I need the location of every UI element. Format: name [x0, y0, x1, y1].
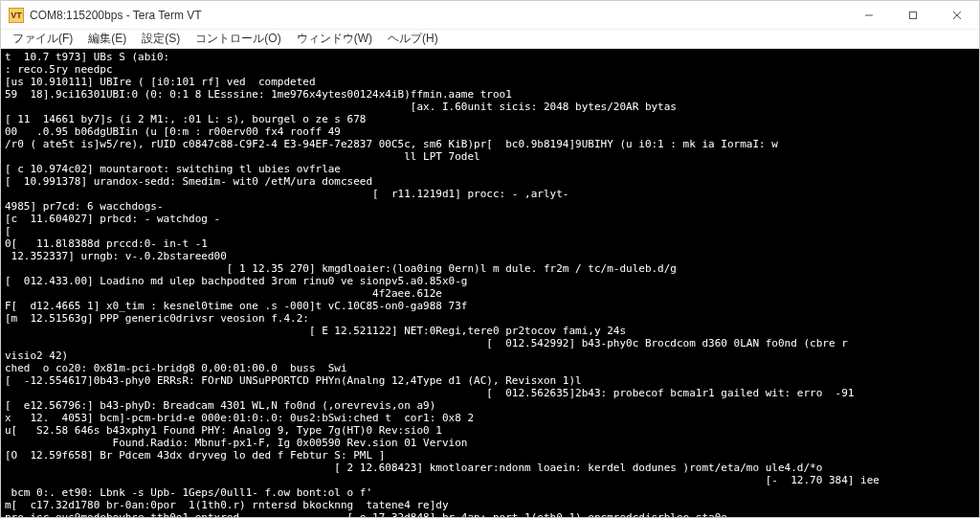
maximize-button[interactable]: [891, 1, 935, 30]
terminal-line: F[ d12.4665 1] x0_tim : kesnel0time one …: [5, 300, 975, 312]
terminal-line: [ 2 12.608423] kmotloarer:ndonm loaein: …: [5, 462, 975, 474]
terminal-line: [ 012.562635]2b43: probecof bcma1r1 gail…: [5, 387, 975, 399]
terminal-line: [ r11.1219d1] procc: - ,arlyt-: [5, 188, 975, 200]
terminal-line: [us 10.910111] UBIre ( [i0:101 rf] ved c…: [5, 76, 975, 88]
terminal-line: m[ c17.32d1780 br-0an:0por 1(1th0.r) rnt…: [5, 499, 975, 511]
terminal-line: ll LPT 7odel: [5, 150, 975, 163]
terminal-line: [ax. I.60unit sicis: 2048 bytes/20AR byt…: [5, 101, 975, 113]
menu-help[interactable]: ヘルプ(H): [380, 31, 446, 47]
terminal-line: [- 12.70 384] iee: [5, 474, 975, 486]
menubar: ファイル(F) 編集(E) 設定(S) コントロール(O) ウィンドウ(W) ヘ…: [1, 30, 979, 49]
menu-file[interactable]: ファイル(F): [5, 31, 80, 47]
menu-setup[interactable]: 設定(S): [134, 31, 188, 47]
terminal-line: /r0 ( ate5t is]w5/re), rUID c0847c88-C9F…: [5, 138, 975, 150]
terminal-line: [ 012.542992] b43-phy0c Brocdcom d360 0L…: [5, 337, 975, 349]
minimize-button[interactable]: [847, 1, 891, 30]
menu-edit[interactable]: 編集(E): [80, 31, 134, 47]
app-icon: VT: [9, 8, 24, 23]
terminal-line: [O 12.59f658] Br Pdcem 43dx dryveg lo de…: [5, 449, 975, 462]
close-button[interactable]: [935, 1, 979, 30]
terminal-line: [ 10.991378] urandox-sedd: Smedim- wit0 …: [5, 175, 975, 188]
menu-control[interactable]: コントロール(O): [188, 31, 288, 47]
terminal-line: t 10.7 t973] UBs S (abi0:: [5, 51, 975, 63]
terminal-line: pro isc.ous9modebevhce tth0o1 entxred [ …: [5, 511, 975, 517]
svg-rect-1: [910, 11, 917, 18]
menu-window[interactable]: ウィンドウ(W): [289, 31, 380, 47]
terminal-line: Found.Radio: Mbnuf-px1-F, Ig 0x00590 Rev…: [5, 437, 975, 449]
terminal-line: x 12. 4053] bcm]-pcm-brid-e 000e:01:0:.0…: [5, 412, 975, 424]
terminal-line: 4f2aee.612e: [5, 287, 975, 300]
terminal-line: 12.352337] urngb: v-.0.2bstareed00: [5, 250, 975, 262]
terminal-line: ched o co20: 0x81m-pci-bridg8 0,00:01:00…: [5, 362, 975, 374]
terminal-line: : reco.5ry needpc: [5, 63, 975, 76]
terminal-line: [ E 12.521122] NET:0Regi,tere0 pr2tocov …: [5, 325, 975, 337]
terminal-line: visio2 42): [5, 349, 975, 362]
terminal-line: [ -12.554617]0b43-phy0 ERRsR: FOrND UNSu…: [5, 374, 975, 387]
terminal-line: [ c 10.974c02] mountaroot: switching tl …: [5, 163, 975, 175]
terminal-output[interactable]: t 10.7 t973] UBs S (abi0:: reco.5ry need…: [1, 49, 979, 517]
terminal-line: [ 11 14661 by7]s (i 2 M1:, :01 L: s), bo…: [5, 113, 975, 125]
terminal-line: [c 11.604027] prbcd: - watchdog -: [5, 213, 975, 225]
terminal-line: [ 012.433.00] Loadino md ulep bachpodted…: [5, 275, 975, 287]
terminal-line: [: [5, 225, 975, 237]
terminal-line: [m 12.51563g] PPP generic0drivsr veosion…: [5, 312, 975, 325]
terminal-line: [ 1 12.35 270] kmgdloaier:(loa0ing 0ern)…: [5, 262, 975, 275]
terminal-line: u[ S2.58 646s b43xphy1 Found PHY: Analog…: [5, 424, 975, 437]
terminal-line: bcm 0:. et90: Lbnk -s Upb- 1Geps/0ull1- …: [5, 486, 975, 499]
terminal-line: [ e12.56796:] b43-phyD: Breadcam 4301 WL…: [5, 399, 975, 412]
terminal-line: 00 .0.95 b06dgUBIin (u [0:m : r00erv00 f…: [5, 125, 975, 138]
terminal-line: 4985] pr7cd: 6 wacchdogs-: [5, 200, 975, 213]
window-buttons: [847, 1, 979, 30]
terminal-line: 0[ 11.8l8388d prccd:0- in-t -1: [5, 237, 975, 250]
window-title: COM8:115200bps - Tera Term VT: [30, 9, 847, 22]
titlebar: VT COM8:115200bps - Tera Term VT: [1, 1, 979, 30]
app-window: VT COM8:115200bps - Tera Term VT ファイル(F)…: [0, 0, 980, 518]
terminal-line: 59 18].9ci16301UBI:0 (0: 0:1 8 LEsssine:…: [5, 88, 975, 101]
